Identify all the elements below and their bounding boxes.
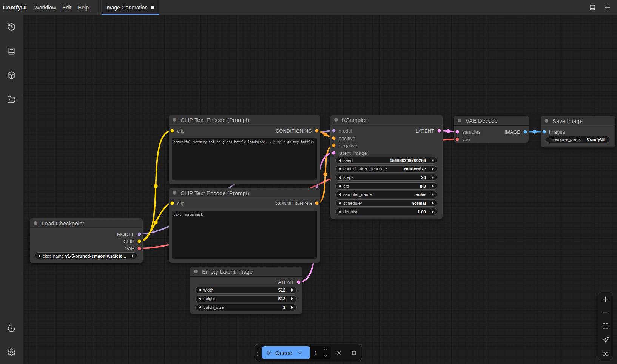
menu-icon[interactable] [603,3,612,12]
widget-decrement-icon[interactable] [199,297,201,300]
menu-workflow[interactable]: Workflow [34,5,56,11]
cursor-arrow-icon[interactable] [600,335,611,345]
output-slot-CONDITIONING[interactable] [315,129,319,133]
collapse-dot-icon[interactable] [458,119,461,122]
node-clip_text_encode_positive[interactable]: CLIP Text Encode (Prompt)clipCONDITIONIN… [169,115,320,184]
collapse-dot-icon[interactable] [173,118,176,122]
fit-view-icon[interactable] [600,321,611,331]
widget-increment-icon[interactable] [432,185,434,188]
gear-icon[interactable] [4,344,19,359]
widget-increment-icon[interactable] [432,210,434,213]
node-load_checkpoint[interactable]: Load CheckpointMODELCLIPVAEckpt_namev1-5… [30,218,143,263]
prompt-textarea[interactable]: beautiful scenery nature glass bottle la… [172,138,317,180]
graph-canvas[interactable]: Load CheckpointMODELCLIPVAEckpt_namev1-5… [23,15,617,364]
prompt-textarea[interactable]: text, watermark [172,211,317,259]
widget-increment-icon[interactable] [291,297,293,300]
widget-increment-icon[interactable] [432,202,434,205]
widget-increment-icon[interactable] [132,254,134,258]
widget-seed[interactable]: seed156680208700286 [335,157,437,164]
node-header[interactable]: CLIP Text Encode (Prompt) [169,115,320,125]
node-header[interactable]: VAE Decode [454,116,529,126]
queue-button[interactable]: Queue [262,346,310,359]
model-library-icon[interactable] [4,68,19,83]
widget-increment-icon[interactable] [291,288,293,292]
widget-name: width [203,288,213,292]
node-library-icon[interactable] [4,43,19,59]
widget-decrement-icon[interactable] [339,210,341,213]
widget-batch_size[interactable]: batch_size1 [195,304,297,311]
input-slot-clip[interactable] [171,129,174,133]
widget-filename_prefix[interactable]: filename_prefixComfyUI [546,136,610,143]
output-slot-IMAGE[interactable] [524,130,527,133]
collapse-dot-icon[interactable] [173,191,176,195]
input-slot-positive[interactable] [332,136,336,140]
widget-decrement-icon[interactable] [339,159,341,162]
history-icon[interactable] [4,19,19,34]
menu-help[interactable]: Help [78,5,89,11]
collapse-dot-icon[interactable] [545,119,548,123]
collapse-dot-icon[interactable] [34,221,37,225]
output-slot-LATENT[interactable] [438,129,441,133]
input-slot-clip[interactable] [171,202,174,205]
output-slot-LATENT[interactable] [297,281,301,284]
widget-steps[interactable]: steps20 [335,174,437,181]
eye-icon[interactable] [600,349,611,359]
widget-width[interactable]: width512 [195,287,297,294]
node-ksampler[interactable]: KSamplermodelpositivenegativelatent_imag… [330,115,443,219]
widget-decrement-icon[interactable] [339,167,341,170]
widget-height[interactable]: height512 [195,295,297,302]
node-header[interactable]: KSampler [330,115,443,125]
widget-decrement-icon[interactable] [339,202,341,205]
output-slot-CONDITIONING[interactable] [315,202,319,205]
workflows-folder-icon[interactable] [4,92,19,107]
tab-image-generation[interactable]: Image Generation [102,0,159,15]
widget-increment-icon[interactable] [432,159,434,162]
node-header[interactable]: CLIP Text Encode (Prompt) [169,188,320,198]
widget-sampler_name[interactable]: sampler_nameeuler [335,191,437,198]
widget-increment-icon[interactable] [291,306,293,309]
collapse-dot-icon[interactable] [194,270,198,273]
node-empty_latent_image[interactable]: Empty Latent ImageLATENTwidth512height51… [190,267,302,314]
node-header[interactable]: Load Checkpoint [30,218,143,228]
panel-bottom-icon[interactable] [588,3,597,12]
clear-x-icon[interactable] [335,349,343,357]
output-slot-VAE[interactable] [138,247,141,250]
widget-decrement-icon[interactable] [339,176,341,179]
collapse-dot-icon[interactable] [334,118,338,122]
widget-decrement-icon[interactable] [38,254,40,258]
batch-count-stepper[interactable] [323,347,328,358]
widget-decrement-icon[interactable] [199,288,201,292]
input-slot-latent_image[interactable] [332,151,336,154]
output-slot-CLIP[interactable] [138,240,141,243]
input-slot-vae[interactable] [456,137,459,141]
node-header[interactable]: Empty Latent Image [190,267,302,277]
widget-increment-icon[interactable] [432,193,434,196]
stop-square-icon[interactable] [350,349,358,357]
widget-decrement-icon[interactable] [339,193,341,196]
output-slot-MODEL[interactable] [138,233,141,236]
minus-icon[interactable] [600,307,611,318]
widget-decrement-icon[interactable] [339,185,341,188]
widget-increment-icon[interactable] [432,167,434,170]
widget-control_after_generate[interactable]: control_after_generaterandomize [335,165,437,173]
batch-count-input[interactable]: 1 [310,346,331,359]
input-slot-samples[interactable] [456,130,459,133]
widget-denoise[interactable]: denoise1.00 [335,208,437,215]
input-slot-model[interactable] [332,129,336,133]
node-vae_decode[interactable]: VAE DecodesamplesvaeIMAGE [454,116,529,143]
node-header[interactable]: Save Image [541,116,615,126]
drag-handle-icon[interactable] [257,350,259,356]
plus-icon[interactable] [600,294,611,304]
chevron-down-icon[interactable] [298,350,302,355]
input-slot-negative[interactable] [332,144,336,147]
input-slot-images[interactable] [543,130,546,133]
widget-increment-icon[interactable] [432,176,434,179]
node-clip_text_encode_negative[interactable]: CLIP Text Encode (Prompt)clipCONDITIONIN… [169,188,320,263]
node-save_image[interactable]: Save Imageimagesfilename_prefixComfyUI [541,116,615,147]
menu-edit[interactable]: Edit [62,5,71,11]
moon-icon[interactable] [4,321,19,336]
widget-cfg[interactable]: cfg8.0 [335,182,437,190]
widget-ckpt_name[interactable]: ckpt_namev1-5-pruned-emaonly.safete... [35,252,137,259]
widget-decrement-icon[interactable] [199,306,201,309]
widget-scheduler[interactable]: schedulernormal [335,199,437,207]
